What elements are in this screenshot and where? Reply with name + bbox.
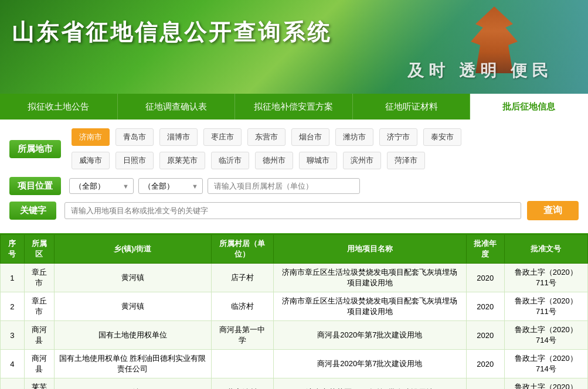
table-cell: 章丘市 [24, 292, 54, 321]
city-button[interactable]: 济南市 [72, 128, 110, 146]
table-cell: 莱芜区 [24, 378, 54, 390]
table-cell: 国有土地使用权单位 [54, 321, 211, 350]
results-table: 序号所属区乡(镇)/街道所属村居（单位）用地项目名称批准年度批准文号 1章丘市黄… [0, 234, 588, 389]
site-header: 山东省征地信息公开查询系统 及时 透明 便民 [0, 0, 588, 94]
table-cell: 商河县 [24, 350, 54, 378]
table-row: 1章丘市黄河镇店子村济南市章丘区生活垃圾焚烧发电项目配套飞灰填埋场项目建设用地2… [1, 264, 588, 292]
city-button[interactable]: 临沂市 [211, 152, 249, 169]
city-row1: 济南市青岛市淄博市枣庄市东营市烟台市潍坊市济宁市泰安市 [69, 127, 464, 148]
table-cell: 鲁政土字（2020）661号 [504, 378, 587, 390]
table-cell: 章丘市 [24, 264, 54, 292]
table-cell: 2020 [466, 292, 504, 321]
table-cell [211, 350, 273, 378]
nav-item[interactable]: 拟征地补偿安置方案 [235, 94, 353, 120]
table-cell: 3 [1, 321, 25, 350]
keyword-input[interactable] [64, 202, 521, 219]
table-cell: 口镇 [54, 378, 211, 390]
table-cell: 商河县第一中学 [211, 321, 273, 350]
district-select[interactable]: （全部） [69, 178, 134, 194]
table-header-cell: 乡(镇)/街道 [54, 235, 211, 264]
table-cell: 黄河镇 [54, 292, 211, 321]
city-button[interactable]: 日照市 [115, 152, 154, 169]
street-select-wrap: （全部） ▼ [138, 178, 203, 194]
city-button[interactable]: 德州市 [255, 152, 293, 169]
street-select[interactable]: （全部） [138, 178, 203, 194]
table-cell: 4 [1, 350, 25, 378]
table-row: 3商河县国有土地使用权单位商河县第一中学商河县2020年第7批次建设用地2020… [1, 321, 588, 350]
table-cell: 商河县2020年第7批次建设用地 [273, 350, 466, 378]
table-row: 4商河县国有土地使用权单位 胜利油田德利实业有限责任公司商河县2020年第7批次… [1, 350, 588, 378]
table-header: 序号所属区乡(镇)/街道所属村居（单位）用地项目名称批准年度批准文号 [1, 235, 588, 264]
city-button[interactable]: 潍坊市 [335, 128, 373, 146]
keyword-label: 关键字 [9, 202, 56, 220]
city-button[interactable]: 淄博市 [159, 128, 198, 146]
main-navbar: 拟征收土地公告征地调查确认表拟征地补偿安置方案征地听证材料批后征地信息 [0, 94, 588, 120]
table-header-cell: 用地项目名称 [273, 235, 466, 264]
table-cell: 鲁政土字（2020）711号 [504, 264, 587, 292]
table-cell: 国有土地使用权单位 胜利油田德利实业有限责任公司 [54, 350, 211, 378]
city-filter-row: 所属地市 济南市青岛市淄博市枣庄市东营市烟台市潍坊市济宁市泰安市 威海市日照市原… [9, 127, 579, 171]
table-cell: 鲁政土字（2020）714号 [504, 321, 587, 350]
city-button[interactable]: 青岛市 [115, 128, 154, 146]
table-cell: 5 [1, 378, 25, 390]
nav-item[interactable]: 批后征地信息 [470, 94, 588, 120]
city-button[interactable]: 威海市 [72, 152, 110, 169]
table-header-cell: 批准年度 [466, 235, 504, 264]
table-header-cell: 批准文号 [504, 235, 587, 264]
table-cell: 店子村 [211, 264, 273, 292]
table-cell: 2020 [466, 321, 504, 350]
search-button[interactable]: 查询 [527, 201, 579, 220]
table-cell: 1 [1, 264, 25, 292]
table-row: 2章丘市黄河镇临济村济南市章丘区生活垃圾焚烧发电项目配套飞灰填埋场项目建设用地2… [1, 292, 588, 321]
city-button[interactable]: 原莱芜市 [159, 152, 205, 169]
city-button[interactable]: 烟台市 [291, 128, 329, 146]
table-header-cell: 所属区 [24, 235, 54, 264]
nav-item[interactable]: 征地调查确认表 [118, 94, 236, 120]
table-cell: 商河县 [24, 321, 54, 350]
nav-item[interactable]: 拟征收土地公告 [0, 94, 118, 120]
table-header-cell: 序号 [1, 235, 25, 264]
table-cell: 临济村 [211, 292, 273, 321]
table-cell: 2020 [466, 264, 504, 292]
location-input[interactable] [208, 178, 360, 194]
table-body: 1章丘市黄河镇店子村济南市章丘区生活垃圾焚烧发电项目配套飞灰填埋场项目建设用地2… [1, 264, 588, 390]
district-select-wrap: （全部） ▼ [69, 178, 134, 194]
city-row2: 威海市日照市原莱芜市临沂市德州市聊城市滨州市菏泽市 [69, 150, 464, 171]
header-slogan: 及时 透明 便民 [407, 60, 553, 82]
site-title: 山东省征地信息公开查询系统 [12, 18, 332, 47]
results-table-wrap: 序号所属区乡(镇)/街道所属村居（单位）用地项目名称批准年度批准文号 1章丘市黄… [0, 234, 588, 389]
table-cell: 鲁政土字（2020）711号 [504, 292, 587, 321]
city-label: 所属地市 [9, 140, 61, 158]
table-cell: 2 [1, 292, 25, 321]
table-cell: 济南市章丘区生活垃圾焚烧发电项目配套飞灰填埋场项目建设用地 [273, 264, 466, 292]
table-cell: 济南市章丘区生活垃圾焚烧发电项目配套飞灰填埋场项目建设用地 [273, 292, 466, 321]
table-cell: 2020 [466, 350, 504, 378]
table-cell: 2020 [466, 378, 504, 390]
city-button[interactable]: 泰安市 [423, 128, 461, 146]
table-header-cell: 所属村居（单位） [211, 235, 273, 264]
keyword-filter-row: 关键字 查询 [9, 201, 579, 220]
city-button[interactable]: 滨州市 [343, 152, 381, 169]
table-cell: 黄河镇 [54, 264, 211, 292]
table-cell: 蔡家镇村 [211, 378, 273, 390]
city-button[interactable]: 济宁市 [379, 128, 417, 146]
table-cell: 商河县2020年第7批次建设用地 [273, 321, 466, 350]
city-button[interactable]: 聊城市 [299, 152, 337, 169]
search-area: 所属地市 济南市青岛市淄博市枣庄市东营市烟台市潍坊市济宁市泰安市 威海市日照市原… [0, 120, 588, 234]
nav-item[interactable]: 征地听证材料 [353, 94, 471, 120]
location-filter-row: 项目位置 （全部） ▼ （全部） ▼ [9, 177, 579, 195]
table-header-row: 序号所属区乡(镇)/街道所属村居（单位）用地项目名称批准年度批准文号 [1, 235, 588, 264]
city-button[interactable]: 菏泽市 [387, 152, 425, 169]
table-cell: 鲁政土字（2020）714号 [504, 350, 587, 378]
location-label: 项目位置 [9, 177, 61, 195]
city-buttons: 济南市青岛市淄博市枣庄市东营市烟台市潍坊市济宁市泰安市 威海市日照市原莱芜市临沂… [69, 127, 464, 171]
city-button[interactable]: 东营市 [247, 128, 285, 146]
table-cell: 济南市莱芜区2020年第1批次建设用地 [273, 378, 466, 390]
table-row: 5莱芜区口镇蔡家镇村济南市莱芜区2020年第1批次建设用地2020鲁政土字（20… [1, 378, 588, 390]
city-button[interactable]: 枣庄市 [203, 128, 242, 146]
